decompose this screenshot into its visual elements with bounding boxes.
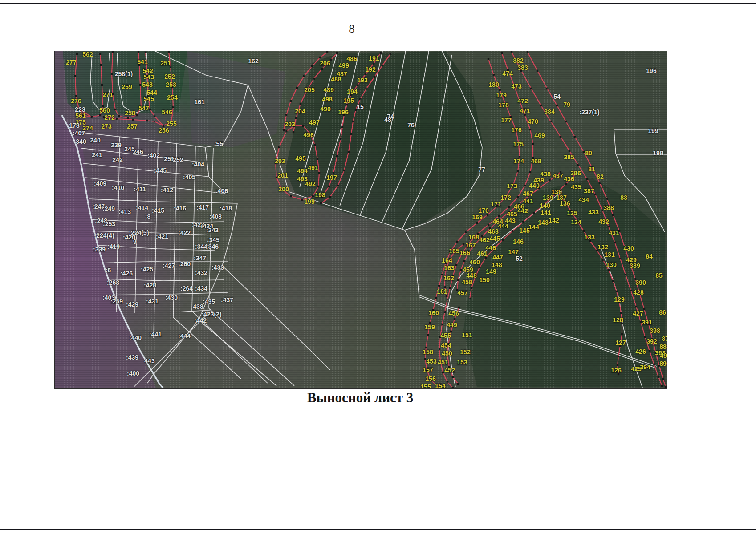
survey-point-label: 488: [331, 76, 341, 82]
survey-point-label: 259: [122, 84, 132, 90]
survey-point-marker: [74, 75, 76, 77]
survey-point-label: 560: [99, 107, 110, 113]
parcel-number-label: 240: [90, 137, 100, 143]
survey-point-label: 548: [142, 81, 152, 88]
survey-point-label: 49: [660, 352, 667, 359]
survey-point-label: 201: [277, 172, 288, 178]
survey-point-label: 388: [603, 205, 614, 211]
parcel-number-label: :259: [110, 298, 123, 304]
survey-point-marker: [320, 202, 322, 204]
page-bottom-rule: [0, 529, 756, 530]
survey-point-marker: [583, 151, 585, 153]
survey-point-label: 489: [323, 87, 333, 93]
parcel-number-label: 242: [112, 157, 122, 163]
survey-point-marker: [314, 144, 316, 146]
survey-point-label: 498: [322, 96, 332, 102]
survey-point-marker: [99, 114, 101, 116]
survey-point-label: 159: [424, 324, 435, 330]
survey-point-label: 197: [326, 174, 337, 181]
survey-point-marker: [127, 117, 129, 119]
parcel-number-label: :411: [134, 186, 146, 192]
survey-point-label: 168: [468, 234, 479, 240]
survey-point-label: 154: [435, 383, 445, 389]
parcel-boundary-line: [89, 199, 237, 203]
survey-point-label: 490: [320, 106, 330, 112]
parcel-number-label: 239: [111, 142, 121, 148]
survey-point-label: 144: [528, 224, 539, 230]
survey-point-label: 167: [465, 242, 476, 248]
survey-point-label: 170: [478, 207, 488, 214]
survey-point-marker: [522, 221, 524, 223]
survey-point-label: 457: [457, 290, 467, 296]
survey-point-marker: [608, 226, 610, 227]
parcel-boundary-line: [222, 266, 330, 370]
survey-point-label: 81: [588, 166, 595, 172]
survey-point-marker: [317, 186, 319, 187]
parcel-number-label: :406: [215, 188, 228, 194]
survey-point-label: 178: [498, 102, 508, 108]
parcel-number-label: :400: [127, 370, 139, 376]
survey-point-marker: [501, 52, 503, 54]
survey-point-marker: [359, 98, 361, 100]
survey-point-marker: [532, 143, 534, 145]
parcel-number-label: :249: [102, 206, 115, 212]
parcel-boundary-line: [405, 230, 419, 295]
survey-point-marker: [446, 295, 447, 297]
survey-point-label: 257: [127, 123, 137, 129]
survey-point-marker: [340, 138, 341, 140]
parcel-number-label: 77: [478, 166, 485, 173]
survey-point-label: 206: [320, 60, 330, 66]
parcel-boundary-line: [135, 138, 138, 313]
parcel-number-label: :409: [94, 180, 106, 186]
survey-point-label: 387: [584, 188, 594, 194]
survey-point-label: 451: [438, 359, 448, 365]
survey-point-marker: [618, 356, 619, 357]
parcel-number-label: :422: [178, 230, 191, 236]
survey-point-label: 86: [659, 309, 666, 316]
survey-point-marker: [517, 196, 519, 198]
survey-point-label: 455: [440, 332, 451, 339]
survey-point-label: 151: [462, 332, 472, 338]
parcel-number-label: :404: [192, 161, 204, 167]
parcel-number-label: :408: [209, 214, 222, 220]
survey-point-label: 200: [278, 186, 289, 192]
survey-point-marker: [283, 129, 285, 131]
parcel-boundary-line: [209, 308, 294, 386]
survey-point-marker: [116, 118, 118, 120]
survey-point-label: 146: [513, 239, 523, 245]
survey-point-marker: [565, 183, 567, 185]
survey-point-marker: [352, 121, 354, 122]
survey-point-label: 165: [449, 248, 459, 254]
survey-point-marker: [313, 78, 315, 80]
survey-point-label: 141: [541, 210, 551, 216]
survey-point-label: 272: [104, 114, 114, 121]
survey-point-marker: [295, 117, 297, 119]
survey-point-label: 180: [488, 81, 499, 88]
survey-point-label: 495: [295, 155, 305, 162]
survey-point-marker: [586, 178, 588, 180]
survey-point-label: 164: [442, 257, 452, 263]
survey-point-label: 140: [540, 202, 550, 209]
survey-point-marker: [442, 372, 444, 373]
parcel-number-label: :445: [154, 167, 167, 174]
survey-point-marker: [463, 243, 464, 245]
survey-point-marker: [463, 260, 465, 262]
survey-point-marker: [612, 280, 614, 282]
parcel-number-label: :405: [183, 174, 195, 180]
survey-point-marker: [373, 63, 374, 65]
survey-point-label: 462: [479, 237, 489, 243]
survey-point-label: 84: [646, 253, 653, 259]
parcel-number-label: :441: [149, 331, 162, 337]
survey-point-label: 447: [492, 254, 503, 260]
survey-point-marker: [460, 269, 462, 271]
map-caption: Выносной лист 3: [54, 390, 666, 406]
survey-point-marker: [348, 151, 350, 153]
survey-point-label: 469: [534, 132, 545, 138]
survey-point-marker: [114, 109, 116, 110]
parcel-number-label: :237(1): [579, 109, 599, 115]
survey-point-marker: [111, 73, 113, 75]
survey-point-marker: [487, 214, 488, 216]
survey-point-marker: [529, 129, 531, 130]
survey-point-label: 561: [75, 113, 85, 119]
survey-point-marker: [488, 58, 489, 60]
